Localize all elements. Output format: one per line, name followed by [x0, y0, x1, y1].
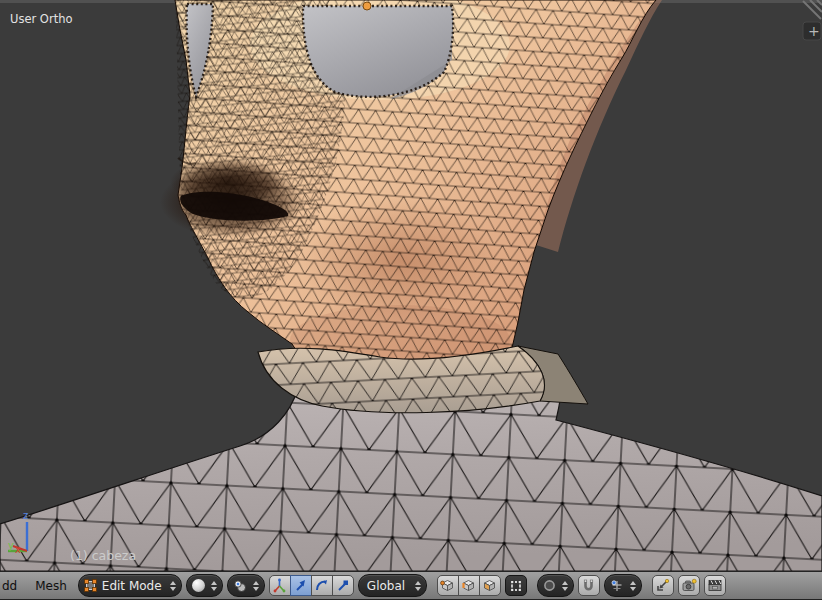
magnet-icon	[581, 578, 596, 593]
translate-arrow-icon	[293, 578, 308, 593]
proportional-editing-dropdown[interactable]	[537, 574, 574, 597]
scale-icon	[335, 578, 350, 593]
snap-toggle-button[interactable]	[578, 575, 600, 596]
opengl-render-image-button[interactable]	[678, 575, 700, 596]
manipulator-rotate-button[interactable]	[311, 575, 333, 596]
dropdown-arrows-icon	[211, 581, 217, 591]
shading-sphere-icon	[192, 579, 205, 592]
dropdown-arrows-icon	[415, 581, 421, 591]
limit-selection-to-visible-button[interactable]	[505, 575, 527, 596]
axis-y-label: y	[8, 540, 14, 551]
manipulator-axes-button[interactable]	[269, 575, 291, 596]
occlude-geometry-icon	[509, 579, 523, 593]
axes-icon	[272, 578, 287, 593]
snap-target-icon	[655, 578, 670, 593]
snap-element-dropdown[interactable]	[604, 574, 642, 597]
edit-mode-icon	[83, 578, 98, 593]
mode-dropdown-value: Edit Mode	[102, 579, 164, 593]
plus-icon: +	[808, 23, 820, 39]
pivot-point-dropdown[interactable]	[227, 574, 265, 597]
vertex-select-button[interactable]	[437, 575, 459, 596]
dropdown-arrows-icon	[562, 581, 568, 591]
face-select-icon	[482, 578, 497, 593]
open-properties-panel-button[interactable]: +	[803, 22, 821, 40]
object-origin-dot	[363, 2, 371, 10]
manipulator-scale-button[interactable]	[332, 575, 354, 596]
viewport-shading-dropdown[interactable]	[186, 574, 223, 597]
manipulator-translate-button[interactable]	[290, 575, 312, 596]
viewport-header: dd Mesh Edit Mode	[0, 571, 822, 599]
clapperboard-icon	[707, 578, 723, 593]
vertex-select-icon	[440, 578, 455, 593]
axis-x-label: x	[15, 544, 21, 555]
opengl-render-animation-button[interactable]	[704, 575, 726, 596]
menu-mesh[interactable]: Mesh	[28, 579, 74, 593]
orientation-dropdown-value: Global	[367, 579, 409, 593]
dropdown-arrows-icon	[170, 581, 176, 591]
proportional-editing-icon	[543, 579, 556, 592]
dropdown-arrows-icon	[253, 581, 259, 591]
menu-add[interactable]: dd	[2, 579, 24, 593]
face-select-button[interactable]	[479, 575, 501, 596]
edge-select-icon	[461, 578, 476, 593]
select-mode-group	[437, 575, 501, 596]
3d-viewport[interactable]: User Ortho z y x (1) cabeza +	[0, 0, 822, 571]
edge-select-button[interactable]	[458, 575, 480, 596]
snap-target-button[interactable]	[652, 575, 674, 596]
dropdown-arrows-icon	[630, 581, 636, 591]
rotate-arc-icon	[314, 578, 329, 593]
camera-plus-icon	[681, 578, 697, 593]
mode-dropdown[interactable]: Edit Mode	[78, 574, 182, 597]
manipulator-group	[269, 575, 354, 596]
blender-window: User Ortho z y x (1) cabeza + dd Mesh	[0, 0, 822, 600]
pivot-point-icon	[233, 579, 247, 593]
snap-increment-icon	[610, 579, 624, 593]
orientation-dropdown[interactable]: Global	[358, 574, 427, 597]
axis-z-label: z	[23, 510, 28, 521]
